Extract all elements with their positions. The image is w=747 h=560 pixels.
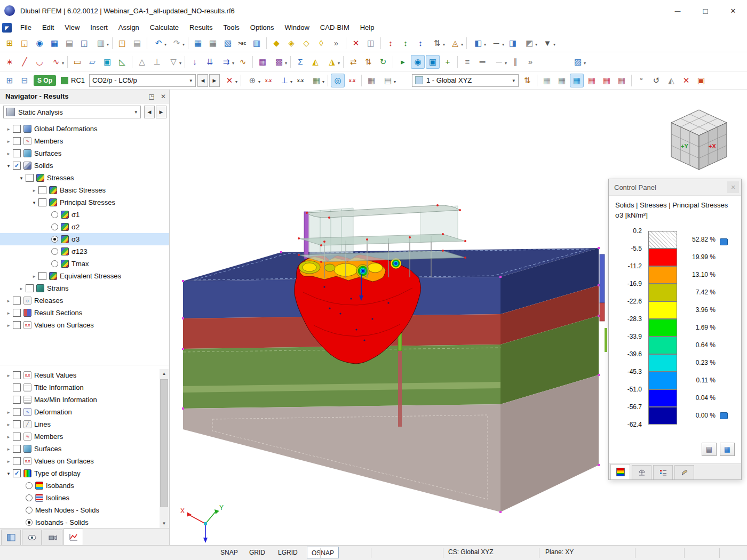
play-animation[interactable]: ▸ <box>396 55 410 69</box>
line-load[interactable]: ⇊ <box>203 55 217 69</box>
control-panel-close-icon[interactable]: ✕ <box>727 181 739 193</box>
checkbox[interactable] <box>13 321 21 329</box>
control-panel-header[interactable]: Control Panel ✕ <box>609 179 741 196</box>
tab-settings[interactable] <box>674 465 694 479</box>
checkbox[interactable] <box>13 445 21 453</box>
radio-button[interactable] <box>26 507 33 514</box>
tab-data-navigator[interactable] <box>1 530 21 545</box>
menu-item-tools[interactable]: Tools <box>218 21 244 34</box>
print[interactable]: ▥ <box>92 36 109 50</box>
tree-item-stresses[interactable]: Stresses <box>0 172 169 184</box>
redo[interactable]: ↷ <box>168 36 185 50</box>
result-values-grid[interactable]: ▦ <box>585 74 599 87</box>
double-line[interactable]: ═ <box>475 55 489 69</box>
mesh-refinement[interactable]: ▩ <box>271 55 288 69</box>
results-display[interactable]: ▦ <box>570 74 584 87</box>
expander-icon[interactable] <box>4 471 13 476</box>
grid-display[interactable]: ▦ <box>540 74 554 87</box>
tree-item-isobands-solids[interactable]: Isobands - Solids <box>0 516 159 529</box>
radio-button[interactable] <box>51 211 58 218</box>
grid-settings[interactable]: ▦ <box>308 74 325 87</box>
undo[interactable]: ↶ <box>150 36 167 50</box>
tree-item-tmax[interactable]: Tmax <box>0 258 169 270</box>
combination-rc1[interactable]: RC1 <box>61 76 85 84</box>
tree-item-deformation[interactable]: ∿Deformation <box>0 406 159 418</box>
tab-animation[interactable] <box>43 530 62 545</box>
table-view[interactable]: ▦ <box>206 36 220 50</box>
save[interactable]: ◲ <box>77 36 91 50</box>
numbering-toggle[interactable]: x.x <box>346 74 359 87</box>
single-line[interactable]: ─ <box>490 55 507 69</box>
tree-item-123[interactable]: σ123 <box>0 245 169 258</box>
delete-results[interactable]: ✕ <box>679 74 693 87</box>
section[interactable]: ◩ <box>521 36 538 50</box>
transform-scale[interactable]: ◊ <box>314 36 328 50</box>
tree-item-isobands[interactable]: Isobands <box>0 479 159 492</box>
checkbox[interactable] <box>13 433 21 441</box>
visibility[interactable]: ◧ <box>470 36 487 50</box>
spline-tool[interactable]: ∿ <box>47 55 65 69</box>
line-support[interactable]: ⊥ <box>150 55 164 69</box>
checkbox[interactable] <box>13 457 21 465</box>
mesh[interactable]: ▦ <box>256 55 269 69</box>
transform-mirror[interactable]: ◇ <box>299 36 313 50</box>
expander-icon[interactable] <box>17 286 26 291</box>
dimension-z[interactable]: ↕ <box>414 36 427 50</box>
render-box[interactable]: ◫ <box>364 36 378 50</box>
table-manager[interactable]: ▦ <box>191 36 205 50</box>
checkbox[interactable] <box>38 198 46 206</box>
menu-item-cad-bim[interactable]: CAD-BIM <box>315 21 355 34</box>
expander-icon[interactable] <box>4 459 13 464</box>
menu-item-assign[interactable]: Assign <box>113 21 145 34</box>
tree-item-surfaces[interactable]: Surfaces <box>0 147 169 159</box>
checkbox[interactable] <box>13 371 21 379</box>
load-cases[interactable]: ◭ <box>308 55 322 69</box>
checkbox[interactable] <box>13 383 21 391</box>
next-load-case-button[interactable]: ▶ <box>209 74 220 87</box>
isometric-view[interactable]: ◨ <box>506 36 520 50</box>
flip-view[interactable]: ⇅ <box>361 55 375 69</box>
analysis-type-combo[interactable]: Static Analysis <box>3 106 141 118</box>
checkbox[interactable] <box>38 272 46 280</box>
area-load[interactable]: ⇉ <box>218 55 235 69</box>
expander-icon[interactable] <box>4 373 13 378</box>
tree-item-solids[interactable]: Solids <box>0 159 169 172</box>
line-style[interactable]: ─ <box>488 36 505 50</box>
menu-item-help[interactable]: Help <box>355 21 380 34</box>
close-button[interactable] <box>719 0 747 21</box>
checkbox[interactable] <box>26 174 34 182</box>
expander-icon[interactable] <box>4 126 13 132</box>
checkbox[interactable] <box>13 125 21 133</box>
tree-item-values-on-surfaces[interactable]: x.xValues on Surfaces <box>0 455 159 467</box>
printout-report[interactable]: ▤ <box>130 36 144 50</box>
member-tool[interactable]: ▭ <box>70 55 84 69</box>
tree-item-releases[interactable]: ○Releases <box>0 294 169 307</box>
combinations[interactable]: ◮ <box>323 55 340 69</box>
list-view[interactable]: ≡ <box>460 55 474 69</box>
radio-button[interactable] <box>51 236 58 243</box>
tree-item-strains[interactable]: Strains <box>0 282 169 294</box>
coordinates-display[interactable]: x.x <box>262 74 275 87</box>
expander-icon[interactable] <box>4 323 13 328</box>
checkbox[interactable] <box>13 137 21 145</box>
dimension-all[interactable]: ⇅ <box>428 36 446 50</box>
expander-icon[interactable] <box>4 446 13 452</box>
tab-results[interactable] <box>63 529 83 545</box>
expander-icon[interactable] <box>4 310 13 316</box>
tree-item-2[interactable]: σ2 <box>0 221 169 233</box>
scale-max-slider[interactable] <box>720 238 728 245</box>
checkbox[interactable] <box>13 149 21 157</box>
scale-min-slider[interactable] <box>720 412 728 419</box>
tree-item-isolines[interactable]: Isolines <box>0 492 159 504</box>
tree-item-mesh-nodes-solids[interactable]: Mesh Nodes - Solids <box>0 504 159 516</box>
delete[interactable]: ✕ <box>349 36 363 50</box>
pin-panel-icon[interactable]: ◳ <box>146 91 157 102</box>
table-print[interactable]: ▥ <box>250 36 264 50</box>
hatch-display[interactable]: ▨ <box>569 55 586 69</box>
mesh-display[interactable]: ▦ <box>555 74 569 87</box>
rotate-view[interactable]: ↺ <box>649 74 663 87</box>
imperfection[interactable]: ∿ <box>236 55 250 69</box>
snap-target[interactable]: ⊕ <box>244 74 261 87</box>
more-tools[interactable]: » <box>523 55 537 69</box>
scroll-up-icon[interactable]: ▲ <box>160 369 169 378</box>
